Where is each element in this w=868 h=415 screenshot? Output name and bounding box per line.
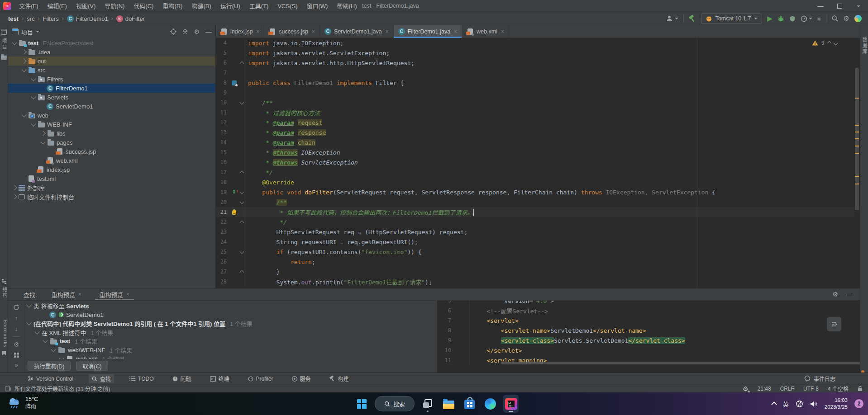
run-configuration-select[interactable]: Tomcat 10.1.7 [701,14,763,24]
project-tree-row[interactable]: testE:\IdeaProjects\test [8,38,215,47]
code-line[interactable]: 5 version="4.0"> [438,301,860,306]
fold-marker-icon[interactable] [239,220,244,225]
tab-close-icon[interactable]: × [501,28,504,35]
refactor-settings-gear-icon[interactable]: ⚙ [14,341,19,348]
code-line[interactable]: 6 <!--配置Servlet--> [438,306,860,316]
menu-item[interactable]: 代码(C) [129,0,158,12]
project-tree-row[interactable]: index.jsp [8,165,215,174]
coverage-icon[interactable] [789,15,796,22]
editor-tab[interactable]: index.jsp× [216,25,264,38]
code-line[interactable]: 22 */ [216,217,854,227]
expand-toolbar-icon[interactable]: » [15,362,18,368]
project-tree-row[interactable]: test.iml [8,174,215,183]
editor-tab[interactable]: CFilterDemo1.java× [394,25,463,38]
do-refactor-button[interactable]: 执行重构(D) [28,361,71,371]
code-line[interactable]: 21 * 如果不写此段代码，控制台会输出两次：FilterDemo1拦截到了请求… [216,207,854,217]
project-tree-row[interactable]: Servlets [8,93,215,102]
project-view-dropdown-icon[interactable] [36,31,39,33]
commander-icon[interactable] [0,29,8,35]
hide-panel-icon[interactable]: — [205,28,212,35]
tool-window-button-search[interactable]: 查找 [89,374,114,383]
code-line[interactable]: 10 </servlet> [438,345,860,355]
clock-date[interactable]: 16:03 2023/3/25 [825,397,848,410]
refactoring-tree-row[interactable]: 类 将被移至 Servlets [25,302,436,311]
code-line[interactable]: 28 System.out.println("FilterDemo1拦截到了请求… [216,277,854,287]
code-line[interactable]: 9 <servlet-class>Servlets.ServletDemo1</… [438,335,860,345]
scroll-to-source-button[interactable] [827,317,841,331]
profile-menu-button[interactable] [666,15,678,22]
breadcrumb-item[interactable]: CFilterDemo1 [67,15,108,22]
tab-close-icon[interactable]: × [386,28,389,35]
editor-tab[interactable]: web.xml× [462,25,509,38]
tab-close-icon[interactable]: × [126,291,129,297]
code-line[interactable]: 19O public void doFilter(ServletRequest … [216,187,854,197]
code-line[interactable]: 8 <servlet-name>ServletDemo1</servlet-na… [438,325,860,335]
database-stripe-button[interactable]: 数据库 [860,37,868,55]
panel-settings-gear-icon[interactable]: ⚙ [194,28,200,35]
fold-marker-icon[interactable] [239,270,244,274]
edge-button[interactable] [482,395,498,413]
locate-file-icon[interactable] [170,28,176,35]
code-line[interactable]: 16 * @throws ServletException [216,157,854,167]
tool-window-button-build[interactable]: 构建 [326,374,352,383]
fold-marker-icon[interactable] [239,189,244,194]
code-line[interactable]: 25 if (requestURI.contains("favicon.ico"… [216,247,854,257]
structure-stripe-button[interactable]: 结构 [0,278,8,301]
tool-window-button-terminal[interactable]: 终端 [207,374,233,383]
project-tree-row[interactable]: libs [8,129,215,138]
encoding-selector[interactable]: UTF-8 [803,386,819,392]
menu-item[interactable]: 重构(R) [158,0,187,12]
breadcrumb-item[interactable]: src [27,15,34,22]
code-line[interactable]: 23 HttpServletRequest req = (HttpServlet… [216,227,854,237]
project-tree-row[interactable]: Filters [8,75,215,84]
intention-bulb-icon[interactable] [232,209,236,215]
profiler-button[interactable] [801,15,812,22]
code-line[interactable]: 15 * @throws IOException [216,147,854,157]
build-hammer-icon[interactable] [689,15,696,22]
favorites-folder-icon[interactable] [0,54,8,60]
editor-tab[interactable]: CServletDemo1.java× [320,25,394,38]
xml-preview-editor[interactable]: 5 version="4.0">6 <!--配置Servlet-->7 <ser… [438,301,860,373]
refactoring-tree-row[interactable]: 在 XML 描述符中1 个结果 [25,328,436,337]
project-tree-row[interactable]: CFilterDemo1 [8,84,215,93]
tab-close-icon[interactable]: × [312,28,315,35]
notification-badge[interactable]: 2 [854,399,863,408]
tool-window-button-profiler[interactable]: Profiler [245,375,277,383]
ime-indicator[interactable]: 英 [783,400,789,408]
update-gear-icon[interactable]: ⚙ [743,385,749,392]
code-line[interactable]: 20 /** [216,197,854,207]
tool-window-button-todo[interactable]: TODO [126,375,157,383]
hidden-icons-chevron[interactable] [771,401,777,407]
override-gutter-icon[interactable]: O [231,189,237,195]
previous-occurrence-icon[interactable]: ↑ [15,315,18,321]
taskbar-search[interactable]: 搜索 [375,396,415,411]
collapse-all-icon[interactable] [182,28,188,35]
run-button[interactable]: ▶ [767,14,773,23]
bottom-settings-gear-icon[interactable]: ⚙ [832,291,838,298]
code-line[interactable]: 10 /** [216,98,854,108]
breadcrumb-item[interactable]: test [8,15,19,22]
code-editor[interactable]: 4import java.io.IOException;5import jaka… [216,38,854,288]
code-line[interactable]: 18 @Override [216,177,854,187]
close-button[interactable]: × [849,0,868,12]
code-line[interactable]: 6import jakarta.servlet.http.HttpServlet… [216,58,854,68]
prev-warning-icon[interactable] [827,41,831,45]
code-line[interactable]: 7 <servlet> [438,316,860,325]
code-line[interactable]: 5import jakarta.servlet.ServletException… [216,48,854,58]
code-line[interactable]: 14 * @param chain [216,137,854,147]
menu-item[interactable]: 运行(U) [216,0,245,12]
menu-item[interactable]: 导航(N) [100,0,129,12]
task-view-button[interactable] [420,395,435,413]
tool-window-button-problems[interactable]: 问题 [169,374,195,383]
indent-selector[interactable]: 4 个空格 [828,385,849,392]
menu-item[interactable]: 窗口(W) [302,0,333,12]
minimize-button[interactable]: — [811,0,830,12]
settings-gear-icon[interactable]: ⚙ [844,14,849,23]
code-line[interactable]: 27 } [216,267,854,277]
project-tree-row[interactable]: src [8,66,215,75]
project-tree-row[interactable]: web [8,111,215,120]
next-occurrence-icon[interactable]: ↓ [15,325,18,332]
intellij-taskbar-button[interactable]: IJ [503,395,519,413]
menu-item[interactable]: 视图(V) [72,0,100,12]
fold-marker-icon[interactable] [239,100,244,104]
